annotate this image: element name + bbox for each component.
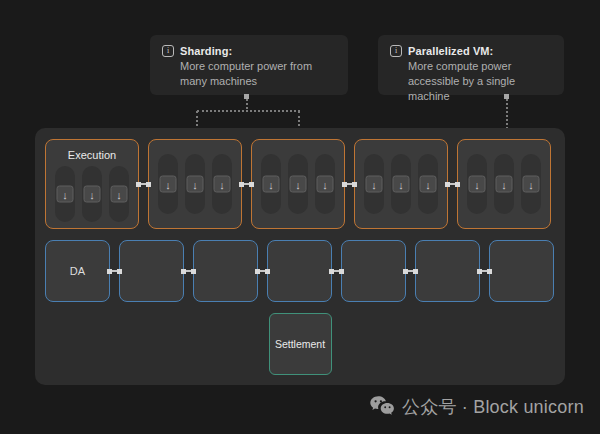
shard-pill: ↓ <box>212 154 232 214</box>
tooltip-sharding: i Sharding: More computer power from man… <box>150 35 348 95</box>
connector <box>343 183 356 185</box>
sharding-callout-line <box>197 110 300 112</box>
down-arrow-icon: ↓ <box>187 176 204 193</box>
wechat-icon <box>369 395 395 419</box>
execution-label: Execution <box>50 149 134 161</box>
tooltip-parallelized-vm: i Parallelized VM: More compute power ac… <box>378 35 564 95</box>
shard-pills: ↓ ↓ ↓ <box>153 154 237 214</box>
down-arrow-icon: ↓ <box>366 176 383 193</box>
connector <box>240 183 253 185</box>
settlement-box: Settlement <box>269 313 332 375</box>
execution-box: Execution ↓ ↓ ↓ <box>45 139 139 229</box>
connector <box>182 270 195 272</box>
down-arrow-icon: ↓ <box>111 186 128 203</box>
da-box <box>193 240 258 302</box>
down-arrow-icon: ↓ <box>496 176 513 193</box>
down-arrow-icon: ↓ <box>263 176 280 193</box>
down-arrow-icon: ↓ <box>57 186 74 203</box>
tooltip-sharding-title: Sharding: <box>180 45 232 57</box>
da-box <box>415 240 480 302</box>
tooltip-parallelized-vm-title: Parallelized VM: <box>408 45 493 57</box>
connector <box>478 270 491 272</box>
shard-pill: ↓ <box>391 154 411 214</box>
info-icon: i <box>390 45 402 57</box>
callout-dot <box>504 94 509 99</box>
connector <box>404 270 417 272</box>
shard-pill: ↓ <box>467 154 487 214</box>
shard-pill: ↓ <box>55 166 75 222</box>
shard-pill: ↓ <box>109 166 129 222</box>
down-arrow-icon: ↓ <box>214 176 231 193</box>
shard-pills: ↓ ↓ ↓ <box>462 154 546 214</box>
shard-pills: ↓ ↓ ↓ <box>50 166 134 222</box>
shard-pills: ↓ ↓ ↓ <box>359 154 443 214</box>
da-box <box>489 240 554 302</box>
tooltip-sharding-header: i Sharding: <box>162 45 336 57</box>
execution-row: Execution ↓ ↓ ↓ ↓ ↓ ↓ ↓ ↓ <box>45 139 555 229</box>
execution-box: ↓ ↓ ↓ <box>354 139 448 229</box>
shard-pill: ↓ <box>158 154 178 214</box>
down-arrow-icon: ↓ <box>317 176 334 193</box>
shard-pill: ↓ <box>315 154 335 214</box>
down-arrow-icon: ↓ <box>290 176 307 193</box>
shard-pills: ↓ ↓ ↓ <box>256 154 340 214</box>
info-icon: i <box>162 45 174 57</box>
settlement-row: Settlement <box>45 313 555 375</box>
execution-box: ↓ ↓ ↓ <box>251 139 345 229</box>
watermark: 公众号 · Block unicorn <box>369 395 584 419</box>
down-arrow-icon: ↓ <box>84 186 101 203</box>
execution-box: ↓ ↓ ↓ <box>148 139 242 229</box>
down-arrow-icon: ↓ <box>160 176 177 193</box>
connector <box>137 183 150 185</box>
connector <box>330 270 343 272</box>
tooltip-sharding-description: More computer power from many machines <box>180 59 336 89</box>
down-arrow-icon: ↓ <box>393 176 410 193</box>
tooltip-parallelized-vm-description: More compute power accessible by a singl… <box>408 59 552 104</box>
execution-box: ↓ ↓ ↓ <box>457 139 551 229</box>
tooltip-parallelized-vm-header: i Parallelized VM: <box>390 45 552 57</box>
shard-pill: ↓ <box>418 154 438 214</box>
callout-dot <box>244 94 249 99</box>
down-arrow-icon: ↓ <box>469 176 486 193</box>
architecture-panel: Execution ↓ ↓ ↓ ↓ ↓ ↓ ↓ ↓ <box>35 128 565 385</box>
connector <box>256 270 269 272</box>
connector <box>446 183 459 185</box>
shard-pill: ↓ <box>364 154 384 214</box>
da-label: DA <box>70 265 85 277</box>
connector <box>108 270 121 272</box>
shard-pill: ↓ <box>494 154 514 214</box>
settlement-label: Settlement <box>275 338 325 350</box>
shard-pill: ↓ <box>288 154 308 214</box>
da-box: DA <box>45 240 110 302</box>
shard-pill: ↓ <box>185 154 205 214</box>
down-arrow-icon: ↓ <box>523 176 540 193</box>
da-box <box>341 240 406 302</box>
shard-pill: ↓ <box>521 154 541 214</box>
diagram-canvas: i Sharding: More computer power from man… <box>0 0 600 434</box>
watermark-text: 公众号 · Block unicorn <box>402 395 584 419</box>
da-box <box>267 240 332 302</box>
da-box <box>119 240 184 302</box>
shard-pill: ↓ <box>82 166 102 222</box>
shard-pill: ↓ <box>261 154 281 214</box>
down-arrow-icon: ↓ <box>420 176 437 193</box>
da-row: DA <box>45 240 555 302</box>
